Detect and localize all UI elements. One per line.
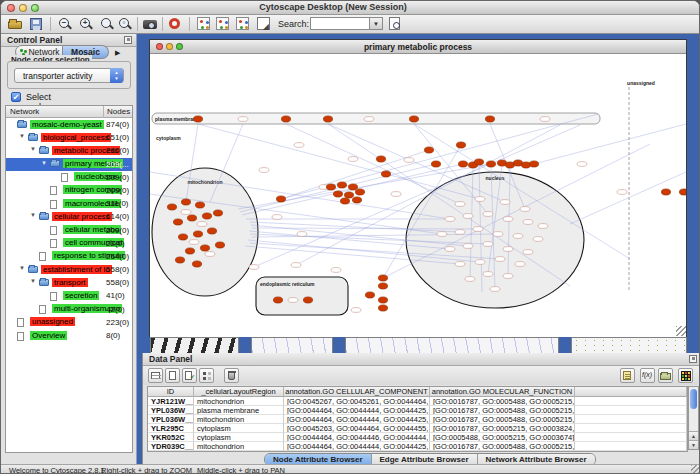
zoom-in-icon[interactable]: + <box>78 16 94 32</box>
help-icon[interactable] <box>167 16 183 32</box>
zoom-out-icon[interactable]: − <box>57 16 73 32</box>
table-header-cell[interactable] <box>575 387 687 397</box>
graph-node-label[interactable] <box>503 274 513 279</box>
scroll-up-icon[interactable]: ▲ <box>689 431 698 440</box>
graph-node-label[interactable] <box>249 265 259 270</box>
graph-node[interactable] <box>178 234 187 240</box>
graph-node[interactable] <box>193 231 202 237</box>
save-session-icon[interactable] <box>28 16 44 32</box>
graph-node-label[interactable] <box>455 262 465 267</box>
heatmap-icon[interactable] <box>678 368 693 383</box>
graph-node-label[interactable] <box>272 215 282 220</box>
graph-node-label[interactable] <box>455 230 465 235</box>
float-panel-icon[interactable] <box>689 355 697 363</box>
snapshot-icon[interactable] <box>142 16 158 32</box>
delete-attribute-icon[interactable] <box>224 368 239 383</box>
graph-node-label[interactable] <box>617 190 627 195</box>
graph-node[interactable] <box>381 171 390 177</box>
background-window-fragment[interactable] <box>150 337 239 353</box>
float-panel-icon[interactable] <box>124 36 132 44</box>
graph-node-label[interactable] <box>540 117 550 122</box>
notes-icon[interactable] <box>620 368 635 383</box>
graph-node[interactable] <box>273 297 282 303</box>
tree-row[interactable]: ▼primary metabo209(... <box>6 158 132 171</box>
background-window-fragment[interactable] <box>571 337 687 353</box>
graph-node[interactable] <box>679 189 686 195</box>
tree-row[interactable]: response to stimulu264(0) <box>6 250 132 263</box>
tree-row[interactable]: ▼metabolic process280(0) <box>6 144 132 157</box>
graph-node-label[interactable] <box>538 224 548 229</box>
graph-node[interactable] <box>215 242 224 248</box>
graph-node-label[interactable] <box>437 232 447 237</box>
graph-node[interactable] <box>207 228 216 234</box>
tree-row[interactable]: ▼cellular process614(0) <box>6 210 132 223</box>
select-attributes-icon[interactable] <box>148 368 163 383</box>
graph-node-label[interactable] <box>463 214 473 219</box>
graph-node[interactable] <box>326 184 335 190</box>
zoom-fit-icon[interactable]: ▫ <box>117 16 133 32</box>
graph-node[interactable] <box>213 210 222 216</box>
tree-row[interactable]: mosaic-demo-yeast874(0) <box>6 118 132 131</box>
graph-node[interactable] <box>431 161 440 167</box>
graph-node[interactable] <box>355 189 364 195</box>
window-resize-grip[interactable] <box>676 326 686 336</box>
tree-row[interactable]: cell communicat22(0) <box>6 237 132 250</box>
graph-node-label[interactable] <box>445 217 455 222</box>
table-header-cell[interactable]: ID <box>148 387 194 397</box>
graph-node-label[interactable] <box>181 210 191 215</box>
graph-node[interactable] <box>195 202 204 208</box>
graph-node[interactable] <box>340 198 349 204</box>
graph-node[interactable] <box>661 189 670 195</box>
graph-node-label[interactable] <box>523 250 533 255</box>
graph-node[interactable] <box>409 116 418 122</box>
expand-arrow-icon[interactable]: ▼ <box>30 146 36 152</box>
select-nodes-checkbox[interactable]: ✔ <box>11 92 21 102</box>
network-window-titlebar[interactable]: primary metabolic process <box>150 40 686 54</box>
graph-node[interactable] <box>175 257 184 263</box>
network-copy-icon[interactable] <box>215 16 231 32</box>
graph-node[interactable] <box>337 182 346 188</box>
expand-arrow-icon[interactable]: ▼ <box>19 265 25 271</box>
background-window-fragment[interactable] <box>251 337 333 353</box>
expand-arrow-icon[interactable]: ▼ <box>41 160 47 166</box>
node-color-dropdown[interactable]: transporter activity ▲▼ <box>14 68 124 83</box>
attribute-list-icon[interactable] <box>199 368 214 383</box>
graph-node[interactable] <box>456 142 465 148</box>
table-row[interactable]: YLR295Ccytoplasm[GO:0045263, GO:0044464,… <box>148 424 687 433</box>
graph-node-label[interactable] <box>348 157 358 162</box>
graph-node[interactable] <box>378 283 387 289</box>
tree-row[interactable]: secretion41(0) <box>6 289 132 302</box>
graph-node[interactable] <box>485 116 494 122</box>
graph-node-label[interactable] <box>404 158 414 163</box>
graph-node[interactable] <box>365 292 374 298</box>
graph-node-label[interactable] <box>331 268 341 273</box>
graph-node-label[interactable] <box>483 242 493 247</box>
function-builder-icon[interactable]: f(x) <box>640 368 655 383</box>
graph-node-label[interactable] <box>288 298 298 303</box>
graph-node[interactable] <box>424 147 433 153</box>
app-resize-grip[interactable] <box>691 465 700 474</box>
network-canvas[interactable]: plasma membranecytoplasmmitochondrionnuc… <box>150 54 686 337</box>
graph-node[interactable] <box>474 159 483 165</box>
tree-row[interactable]: ▼establishment of lo558(0) <box>6 263 132 276</box>
graph-node-label[interactable] <box>291 263 301 268</box>
graph-node[interactable] <box>181 199 190 205</box>
graph-node-label[interactable] <box>189 240 199 245</box>
network-tree-header[interactable]: Network Nodes <box>6 106 132 118</box>
graph-node-label[interactable] <box>351 308 361 313</box>
graph-node-label[interactable] <box>577 162 587 167</box>
graph-node[interactable] <box>348 184 357 190</box>
graph-node-label[interactable] <box>391 192 401 197</box>
graph-node-label[interactable] <box>523 220 533 225</box>
attribute-table[interactable]: ID_cellularLayoutRegionannotation.GO CEL… <box>147 386 688 452</box>
expand-arrow-icon[interactable]: ▼ <box>30 278 36 284</box>
graph-node[interactable] <box>303 297 312 303</box>
graph-node-label[interactable] <box>483 272 493 277</box>
graph-node[interactable] <box>200 245 209 251</box>
graph-node[interactable] <box>187 215 196 221</box>
tree-row[interactable]: nucleobase-209(0) <box>6 171 132 184</box>
dropdown-stepper-icon[interactable]: ▲▼ <box>110 68 123 83</box>
graph-node[interactable] <box>378 275 387 281</box>
attribute-checklist-icon[interactable] <box>182 368 197 383</box>
table-row[interactable]: YDR039C__1mitochondrion[GO:0044464, GO:0… <box>148 442 687 451</box>
